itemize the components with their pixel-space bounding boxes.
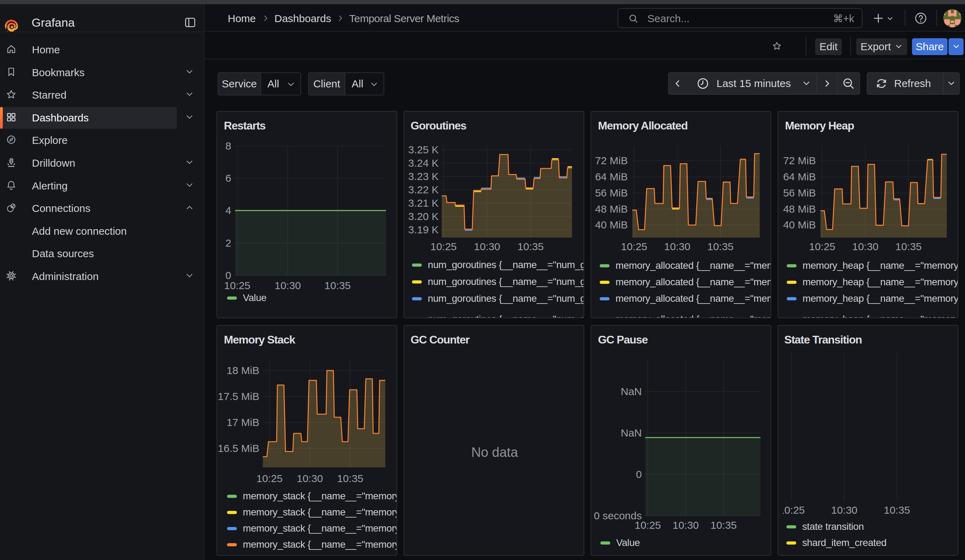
- svg-text:10:25: 10:25: [256, 473, 283, 484]
- svg-text:10:35: 10:35: [895, 241, 921, 252]
- svg-text:10:30: 10:30: [852, 241, 878, 252]
- svg-text:10:35: 10:35: [324, 280, 350, 291]
- svg-text:48 MiB: 48 MiB: [783, 203, 816, 215]
- svg-text:10:30: 10:30: [275, 280, 301, 291]
- svg-text:40 MiB: 40 MiB: [783, 219, 816, 230]
- svg-text:72 MiB: 72 MiB: [595, 155, 628, 166]
- svg-text:4: 4: [225, 204, 231, 216]
- svg-text:3.21 K: 3.21 K: [408, 197, 438, 209]
- svg-text:10:25: 10:25: [224, 280, 250, 291]
- svg-text:2: 2: [225, 237, 231, 249]
- svg-text:56 MiB: 56 MiB: [595, 187, 628, 199]
- svg-text:10:35: 10:35: [707, 241, 733, 252]
- svg-text:8: 8: [225, 140, 231, 152]
- svg-text:10:25: 10:25: [621, 241, 647, 252]
- svg-text:0: 0: [636, 469, 642, 480]
- svg-text:6: 6: [225, 172, 231, 184]
- svg-text:16.5 MiB: 16.5 MiB: [218, 442, 259, 454]
- svg-text:56 MiB: 56 MiB: [783, 187, 816, 199]
- svg-text:10:35: 10:35: [883, 504, 910, 516]
- svg-text:10:35: 10:35: [337, 473, 363, 484]
- svg-text:10:25: 10:25: [635, 519, 661, 531]
- svg-text:17.5 MiB: 17.5 MiB: [218, 390, 259, 402]
- svg-text:10:30: 10:30: [831, 504, 857, 516]
- svg-text:10:35: 10:35: [517, 241, 543, 252]
- svg-text:10:25: 10:25: [778, 504, 805, 516]
- svg-text:3.25 K: 3.25 K: [408, 144, 438, 155]
- svg-text:3.20 K: 3.20 K: [408, 211, 438, 222]
- svg-text:3.19 K: 3.19 K: [408, 224, 438, 235]
- svg-text:10:25: 10:25: [809, 241, 835, 252]
- svg-text:72 MiB: 72 MiB: [783, 155, 816, 166]
- svg-text:64 MiB: 64 MiB: [783, 171, 816, 183]
- svg-text:10:30: 10:30: [474, 241, 500, 252]
- svg-text:3.22 K: 3.22 K: [408, 184, 438, 196]
- svg-text:NaN: NaN: [621, 427, 642, 439]
- svg-text:10:30: 10:30: [296, 473, 323, 484]
- svg-text:10:30: 10:30: [664, 241, 690, 252]
- svg-text:48 MiB: 48 MiB: [595, 203, 628, 215]
- svg-text:NaN: NaN: [621, 385, 642, 397]
- svg-text:10:30: 10:30: [672, 519, 698, 531]
- svg-text:10:25: 10:25: [430, 241, 456, 252]
- svg-text:18 MiB: 18 MiB: [227, 364, 259, 376]
- svg-text:3.24 K: 3.24 K: [408, 157, 438, 169]
- svg-text:40 MiB: 40 MiB: [595, 219, 628, 230]
- svg-text:3.23 K: 3.23 K: [408, 171, 438, 182]
- svg-text:10:35: 10:35: [710, 519, 736, 531]
- svg-text:64 MiB: 64 MiB: [595, 171, 628, 183]
- svg-text:17 MiB: 17 MiB: [227, 416, 259, 428]
